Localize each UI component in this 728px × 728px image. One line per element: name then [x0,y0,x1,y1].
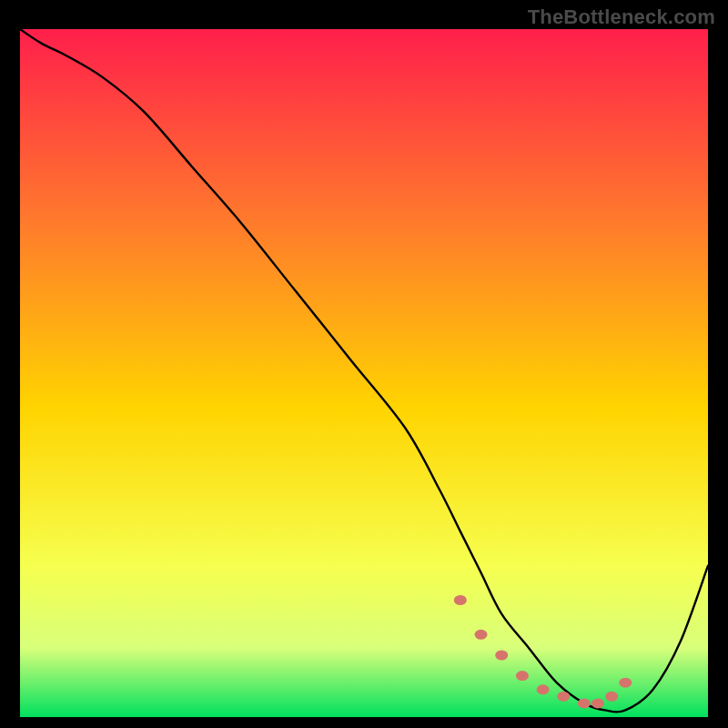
highlight-marker [537,684,550,694]
highlight-marker [578,698,591,708]
highlight-marker [495,651,508,661]
highlight-marker [516,671,529,681]
highlight-marker [619,678,632,688]
watermark-text: TheBottleneck.com [528,5,715,29]
highlight-marker [557,692,570,702]
highlight-marker [605,692,618,702]
plot-area [20,29,708,717]
chart-frame: TheBottleneck.com [0,0,728,728]
highlight-marker [475,630,488,640]
highlight-marker [454,595,467,605]
bottleneck-chart [20,29,708,717]
highlight-marker [592,698,604,708]
gradient-background [20,29,708,717]
